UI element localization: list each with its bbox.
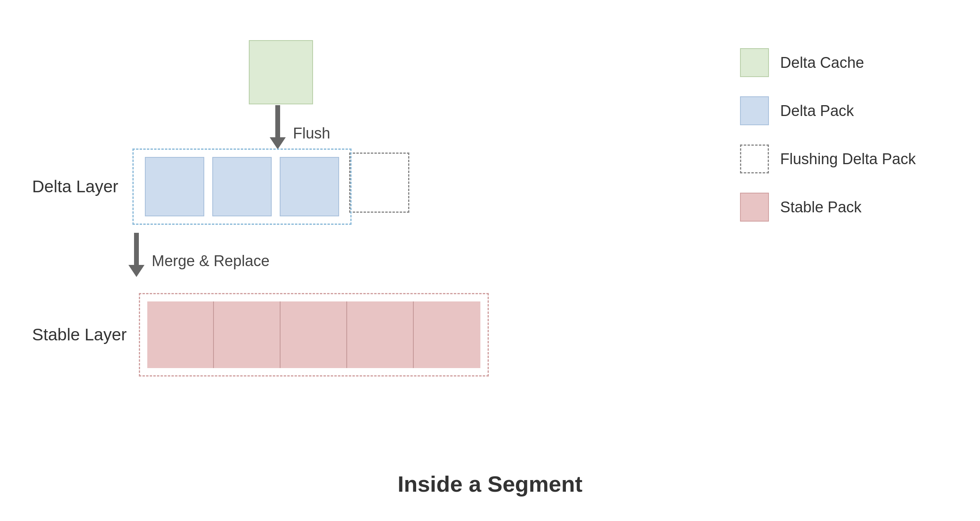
stable-pack-box-4 <box>347 301 414 368</box>
flush-arrow-icon <box>270 105 286 149</box>
stable-packs-row <box>147 301 480 368</box>
stable-pack-box-5 <box>414 301 480 368</box>
legend-label-delta-cache: Delta Cache <box>780 54 864 71</box>
stable-pack-box-2 <box>214 301 281 368</box>
stable-layer-section: Stable Layer <box>32 293 489 377</box>
merge-arrow-icon <box>128 233 144 277</box>
flush-arrow-group: Flush <box>270 105 330 149</box>
delta-pack-box-2 <box>212 157 272 216</box>
legend: Delta Cache Delta Pack Flushing Delta Pa… <box>740 48 916 222</box>
merge-arrow-head <box>128 265 144 277</box>
flush-arrow-head <box>270 137 286 149</box>
delta-pack-box-3 <box>280 157 339 216</box>
stable-pack-group <box>139 293 489 377</box>
legend-label-stable-pack: Stable Pack <box>780 199 862 216</box>
stable-layer-label: Stable Layer <box>32 325 127 344</box>
legend-label-delta-pack: Delta Pack <box>780 102 854 120</box>
diagram-container: Delta Cache Delta Pack Flushing Delta Pa… <box>0 0 980 521</box>
legend-box-delta-cache <box>740 48 769 77</box>
legend-box-delta-pack <box>740 96 769 125</box>
delta-pack-group <box>132 149 352 225</box>
flushing-delta-pack-box <box>349 153 409 213</box>
page-title: Inside a Segment <box>0 471 980 497</box>
merge-arrow-group: Merge & Replace <box>128 233 270 277</box>
delta-layer-label: Delta Layer <box>32 177 120 196</box>
delta-pack-box-1 <box>145 157 204 216</box>
legend-item-flushing-delta-pack: Flushing Delta Pack <box>740 144 916 173</box>
flush-label: Flush <box>293 125 330 142</box>
merge-arrow-shaft <box>134 233 139 265</box>
legend-item-delta-cache: Delta Cache <box>740 48 916 77</box>
flush-arrow-shaft <box>275 105 280 137</box>
stable-pack-box-1 <box>147 301 214 368</box>
legend-box-stable-pack <box>740 193 769 222</box>
legend-box-flushing-delta-pack <box>740 144 769 173</box>
merge-replace-label: Merge & Replace <box>152 252 270 270</box>
delta-cache-box <box>249 40 313 104</box>
delta-layer-section: Delta Layer <box>32 149 352 225</box>
stable-pack-box-3 <box>281 301 347 368</box>
legend-item-delta-pack: Delta Pack <box>740 96 916 125</box>
legend-label-flushing-delta-pack: Flushing Delta Pack <box>780 151 916 168</box>
legend-item-stable-pack: Stable Pack <box>740 193 916 222</box>
